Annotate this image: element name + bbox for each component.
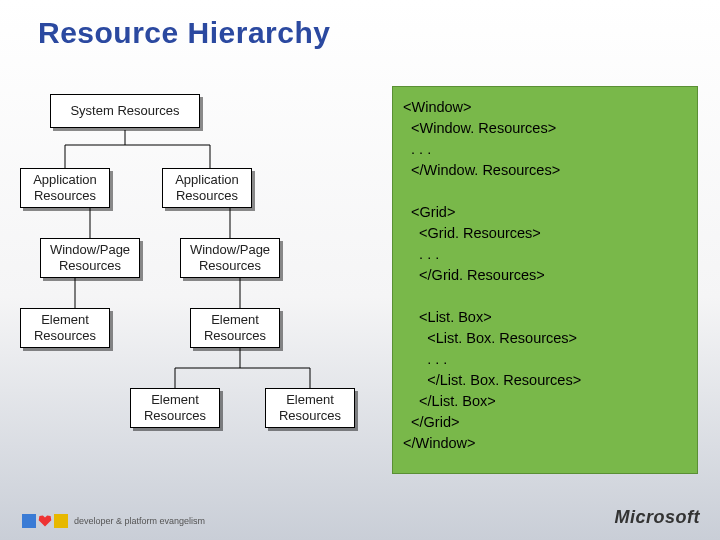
node-system-resources: System Resources	[50, 94, 200, 128]
code-panel: <Window> <Window. Resources> . . . </Win…	[392, 86, 698, 474]
node-window-page-resources-1: Window/Page Resources	[40, 238, 140, 278]
microsoft-logo: Microsoft	[615, 507, 701, 528]
page-title: Resource Hierarchy	[38, 16, 330, 50]
node-element-resources-4: Element Resources	[265, 388, 355, 428]
node-element-resources-3: Element Resources	[130, 388, 220, 428]
logo-heart-icon	[38, 514, 52, 528]
connector-lines	[20, 90, 380, 490]
node-window-page-resources-2: Window/Page Resources	[180, 238, 280, 278]
logo-square2-icon	[54, 514, 68, 528]
hierarchy-diagram: System Resources Application Resources A…	[20, 90, 380, 490]
node-application-resources-1: Application Resources	[20, 168, 110, 208]
footer-dev-logo: developer & platform evangelism	[22, 514, 205, 528]
footer-tagline: developer & platform evangelism	[74, 516, 205, 526]
logo-square-icon	[22, 514, 36, 528]
node-element-resources-1: Element Resources	[20, 308, 110, 348]
node-element-resources-2: Element Resources	[190, 308, 280, 348]
node-application-resources-2: Application Resources	[162, 168, 252, 208]
